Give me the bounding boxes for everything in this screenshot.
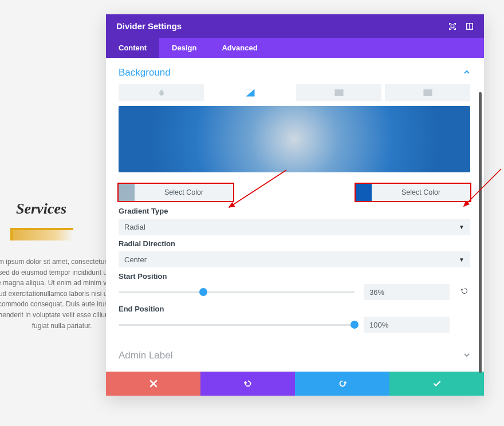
section-title-admin-label: Admin Label xyxy=(119,350,173,361)
start-position-value[interactable]: 36% xyxy=(364,284,450,300)
tab-advanced[interactable]: Advanced xyxy=(209,38,270,58)
gradient-color-start[interactable]: Select Color xyxy=(119,184,233,201)
tab-design[interactable]: Design xyxy=(159,38,209,58)
gradient-color-end[interactable]: Select Color xyxy=(356,184,470,201)
gradient-type-select[interactable]: Radial ▼ xyxy=(119,219,470,235)
modal-body: Background Select Color xyxy=(106,58,484,372)
gradient-type-label: Gradient Type xyxy=(119,207,470,215)
scrollbar[interactable] xyxy=(479,92,482,373)
radial-direction-select[interactable]: Center ▼ xyxy=(119,251,470,267)
radial-direction-value: Center xyxy=(124,255,147,264)
modal-footer xyxy=(106,372,484,396)
expand-icon[interactable] xyxy=(448,22,456,30)
end-position-slider[interactable] xyxy=(119,324,355,326)
chevron-down-icon: ▼ xyxy=(459,224,464,230)
tab-content[interactable]: Content xyxy=(106,38,159,58)
section-title-background: Background xyxy=(119,67,171,78)
bg-type-image[interactable] xyxy=(296,84,381,101)
modal-title: Divider Settings xyxy=(116,21,182,31)
swatch-end xyxy=(356,184,372,201)
bg-type-video[interactable] xyxy=(385,84,470,101)
start-position-slider[interactable] xyxy=(119,291,355,293)
bg-type-gradient[interactable] xyxy=(207,84,293,101)
divider-settings-modal: Divider Settings Content Design Advanced… xyxy=(106,14,484,396)
svg-point-6 xyxy=(337,91,338,92)
swatch-start xyxy=(119,184,135,201)
services-block: Services Lorem ipsum dolor sit amet, con… xyxy=(0,200,109,331)
reset-icon[interactable] xyxy=(460,286,469,298)
gradient-type-value: Radial xyxy=(124,223,145,231)
undo-button[interactable] xyxy=(200,372,295,396)
chevron-up-icon[interactable] xyxy=(463,68,470,78)
snap-icon[interactable] xyxy=(466,22,474,30)
services-heading: Services xyxy=(16,200,103,218)
bg-type-color[interactable] xyxy=(119,84,204,101)
end-position-label: End Position xyxy=(119,305,470,313)
radial-direction-label: Radial Direction xyxy=(119,239,470,248)
redo-button[interactable] xyxy=(295,372,389,396)
background-type-tabs xyxy=(119,84,470,101)
end-position-value[interactable]: 100% xyxy=(364,317,450,333)
modal-header: Divider Settings xyxy=(106,14,484,38)
color-start-label: Select Color xyxy=(135,188,233,196)
color-end-label: Select Color xyxy=(372,188,470,196)
svg-rect-0 xyxy=(451,25,454,27)
cancel-button[interactable] xyxy=(106,372,200,396)
tab-bar: Content Design Advanced xyxy=(106,38,484,58)
chevron-down-icon: ▼ xyxy=(459,257,464,263)
start-position-label: Start Position xyxy=(119,272,470,281)
divider-preview-bar xyxy=(10,228,73,240)
chevron-down-icon[interactable] xyxy=(463,350,470,361)
save-button[interactable] xyxy=(389,372,484,396)
gradient-preview xyxy=(119,106,470,172)
